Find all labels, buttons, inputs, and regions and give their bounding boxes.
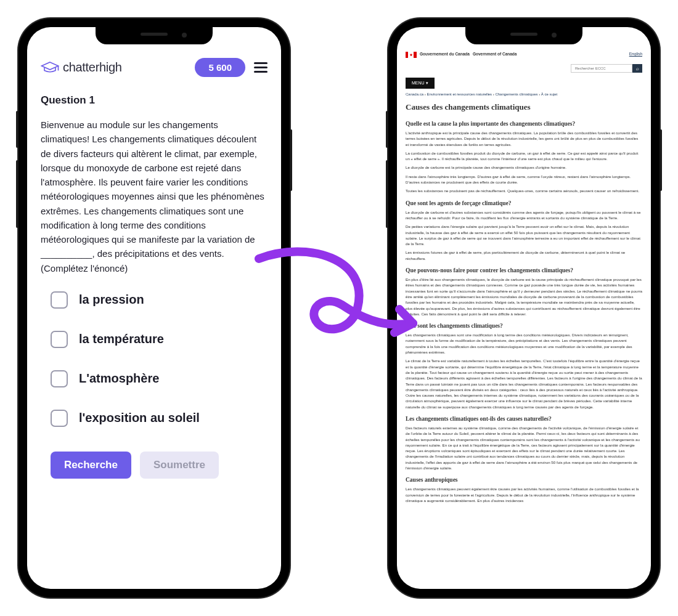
section-heading: Que pouvons-nous faire pour contrer les … bbox=[406, 267, 642, 274]
phone-screen-right: Gouvernement du Canada Government of Can… bbox=[397, 27, 651, 589]
options-list: la pression la température L'atmosphère … bbox=[41, 291, 268, 427]
option-2[interactable]: la température bbox=[51, 331, 268, 348]
body-text: Le climat de la Terre est variable natur… bbox=[406, 358, 642, 410]
research-button[interactable]: Recherche bbox=[51, 452, 131, 479]
app-header: chatterhigh 5 600 bbox=[41, 58, 268, 77]
body-text: Les émissions futures de gaz à effet de … bbox=[406, 249, 642, 261]
breadcrumb: Canada.ca › Environnement et ressources … bbox=[406, 92, 642, 96]
body-text: De petites variations dans l'énergie sol… bbox=[406, 224, 642, 246]
option-label: L'atmosphère bbox=[79, 371, 159, 386]
gov-name-en: Government of Canada bbox=[473, 52, 517, 57]
canada-flag-icon bbox=[406, 52, 417, 58]
gov-header: Gouvernement du Canada Government of Can… bbox=[406, 52, 642, 58]
option-1[interactable]: la pression bbox=[51, 291, 268, 309]
section-heading: Que sont les changements climatiques? bbox=[406, 323, 642, 329]
body-text: Le dioxyde de carbone et d'autres substa… bbox=[406, 209, 642, 221]
breadcrumb-item[interactable]: Environnement et ressources naturelles bbox=[427, 92, 492, 96]
page-title: Causes des changements climatiques bbox=[406, 102, 642, 112]
option-4[interactable]: l'exposition au soleil bbox=[51, 410, 268, 427]
search-box: ⌕ bbox=[571, 64, 642, 73]
phone-mockup-right: Gouvernement du Canada Government of Can… bbox=[388, 18, 660, 598]
search-row: ⌕ bbox=[406, 64, 642, 73]
search-icon: ⌕ bbox=[636, 66, 639, 71]
checkbox-icon[interactable] bbox=[51, 331, 68, 348]
header-right: 5 600 bbox=[195, 58, 268, 77]
section-heading: Causes anthropiques bbox=[406, 477, 642, 483]
breadcrumb-item[interactable]: Changements climatiques bbox=[495, 92, 537, 96]
breadcrumb-home[interactable]: Canada.ca bbox=[406, 92, 423, 96]
gov-name-fr: Gouvernement du Canada bbox=[420, 52, 470, 57]
points-badge[interactable]: 5 600 bbox=[195, 58, 245, 77]
phone-notch bbox=[96, 27, 213, 44]
brand-logo[interactable]: chatterhigh bbox=[41, 60, 122, 75]
brand-text: chatterhigh bbox=[63, 60, 122, 75]
body-text: En plus d'être lié aux changements clima… bbox=[406, 277, 642, 317]
search-input[interactable] bbox=[571, 64, 632, 73]
menu-icon[interactable] bbox=[254, 62, 268, 73]
section-heading: Que sont les agents de forçage climatiqu… bbox=[406, 200, 642, 206]
body-text: L'activité anthropique est la principale… bbox=[406, 130, 642, 147]
option-3[interactable]: L'atmosphère bbox=[51, 370, 268, 387]
checkbox-icon[interactable] bbox=[51, 291, 68, 309]
phone-side-button bbox=[290, 129, 292, 191]
search-button[interactable]: ⌕ bbox=[632, 64, 642, 73]
option-label: l'exposition au soleil bbox=[79, 411, 200, 425]
section-heading: Quelle est la cause la plus importante d… bbox=[406, 121, 642, 127]
grad-cap-icon bbox=[41, 61, 59, 75]
language-toggle[interactable]: English bbox=[629, 52, 642, 56]
phone-side-button bbox=[660, 129, 662, 191]
option-label: la pression bbox=[79, 293, 144, 307]
section-heading: Les changements climatiques ont-ils des … bbox=[406, 416, 642, 422]
gov-logo[interactable]: Gouvernement du Canada Government of Can… bbox=[406, 52, 517, 58]
body-text: Les changements climatiques sont une mod… bbox=[406, 332, 642, 355]
body-text: Des facteurs naturels externes au systèm… bbox=[406, 425, 642, 471]
action-buttons: Recherche Soumettre bbox=[41, 452, 268, 479]
breadcrumb-item[interactable]: À ce sujet bbox=[541, 92, 557, 96]
body-text: Le dioxyde de carbone est la principale … bbox=[406, 164, 642, 170]
body-text: Les changements climatiques peuvent égal… bbox=[406, 486, 642, 503]
phone-mockup-left: chatterhigh 5 600 Question 1 Bienvenue a… bbox=[18, 18, 290, 598]
phone-notch bbox=[465, 27, 582, 44]
quiz-app: chatterhigh 5 600 Question 1 Bienvenue a… bbox=[27, 27, 281, 589]
phone-screen-left: chatterhigh 5 600 Question 1 Bienvenue a… bbox=[27, 27, 281, 589]
checkbox-icon[interactable] bbox=[51, 370, 68, 387]
gov-article: Gouvernement du Canada Government of Can… bbox=[397, 27, 651, 589]
option-label: la température bbox=[79, 332, 164, 346]
question-text: Bienvenue au module sur les changements … bbox=[41, 118, 268, 275]
body-text: La combustion de combustibles fossiles p… bbox=[406, 150, 642, 162]
question-number: Question 1 bbox=[41, 94, 268, 107]
body-text: Toutes les substances ne produisent pas … bbox=[406, 188, 642, 193]
checkbox-icon[interactable] bbox=[51, 410, 68, 427]
menu-button[interactable]: MENU ▾ bbox=[406, 78, 435, 89]
submit-button[interactable]: Soumettre bbox=[140, 452, 219, 479]
body-text: Il reste dans l'atmosphère très longtemp… bbox=[406, 174, 642, 185]
